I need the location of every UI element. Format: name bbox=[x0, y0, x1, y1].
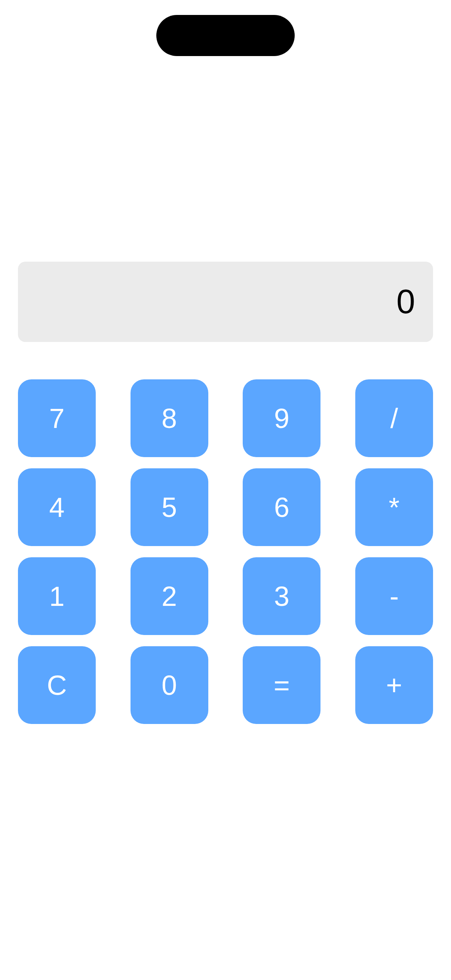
device-notch bbox=[156, 15, 295, 56]
key-5[interactable]: 5 bbox=[131, 468, 208, 546]
key-8[interactable]: 8 bbox=[131, 379, 208, 457]
key-2[interactable]: 2 bbox=[131, 557, 208, 635]
key-clear[interactable]: C bbox=[18, 646, 96, 724]
keypad: 7 8 9 / 4 5 6 * 1 2 3 - C 0 = + bbox=[18, 379, 433, 724]
calculator-container: 0 7 8 9 / 4 5 6 * 1 2 3 - C 0 = + bbox=[18, 262, 433, 724]
key-add[interactable]: + bbox=[355, 646, 433, 724]
display-value: 0 bbox=[397, 283, 415, 321]
key-0[interactable]: 0 bbox=[131, 646, 208, 724]
key-3[interactable]: 3 bbox=[243, 557, 320, 635]
key-9[interactable]: 9 bbox=[243, 379, 320, 457]
key-4[interactable]: 4 bbox=[18, 468, 96, 546]
key-equals[interactable]: = bbox=[243, 646, 320, 724]
key-7[interactable]: 7 bbox=[18, 379, 96, 457]
key-subtract[interactable]: - bbox=[355, 557, 433, 635]
key-6[interactable]: 6 bbox=[243, 468, 320, 546]
key-1[interactable]: 1 bbox=[18, 557, 96, 635]
calculator-display: 0 bbox=[18, 262, 433, 342]
key-divide[interactable]: / bbox=[355, 379, 433, 457]
key-multiply[interactable]: * bbox=[355, 468, 433, 546]
